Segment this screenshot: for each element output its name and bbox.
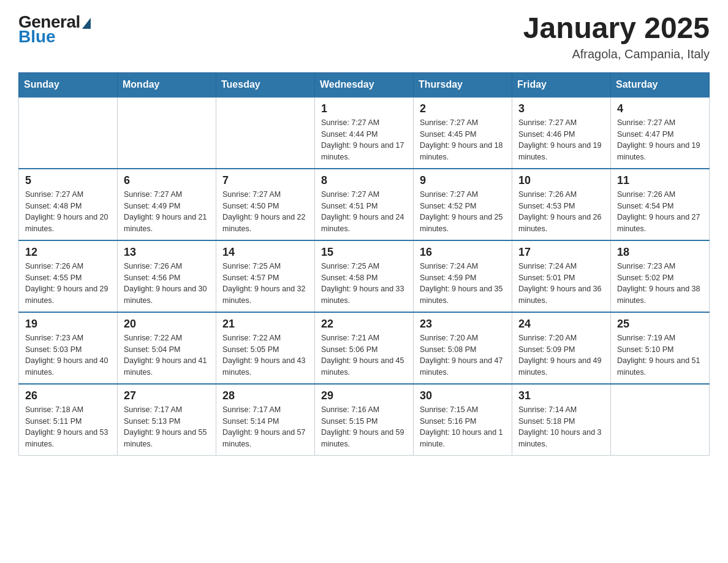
day-info: Sunrise: 7:27 AM Sunset: 4:47 PM Dayligh… xyxy=(617,117,703,163)
day-number: 6 xyxy=(124,174,210,187)
day-number: 20 xyxy=(124,318,210,331)
weekday-header-thursday: Thursday xyxy=(414,72,512,97)
weekday-header-friday: Friday xyxy=(512,72,611,97)
day-number: 26 xyxy=(25,389,111,402)
calendar-cell xyxy=(611,384,710,456)
calendar-cell: 25Sunrise: 7:19 AM Sunset: 5:10 PM Dayli… xyxy=(611,312,710,384)
day-info: Sunrise: 7:26 AM Sunset: 4:55 PM Dayligh… xyxy=(25,261,111,307)
calendar-cell: 29Sunrise: 7:16 AM Sunset: 5:15 PM Dayli… xyxy=(315,384,414,456)
day-info: Sunrise: 7:27 AM Sunset: 4:45 PM Dayligh… xyxy=(420,117,506,163)
day-info: Sunrise: 7:18 AM Sunset: 5:11 PM Dayligh… xyxy=(25,404,111,450)
weekday-header-sunday: Sunday xyxy=(19,72,118,97)
day-number: 18 xyxy=(617,246,703,259)
weekday-header-tuesday: Tuesday xyxy=(216,72,315,97)
day-number: 21 xyxy=(222,318,308,331)
logo-triangle-icon xyxy=(82,18,91,29)
calendar-cell: 21Sunrise: 7:22 AM Sunset: 5:05 PM Dayli… xyxy=(216,312,315,384)
day-info: Sunrise: 7:17 AM Sunset: 5:13 PM Dayligh… xyxy=(124,404,210,450)
day-number: 3 xyxy=(518,102,604,115)
calendar-header: SundayMondayTuesdayWednesdayThursdayFrid… xyxy=(19,72,710,97)
day-info: Sunrise: 7:14 AM Sunset: 5:18 PM Dayligh… xyxy=(518,404,604,450)
day-info: Sunrise: 7:24 AM Sunset: 4:59 PM Dayligh… xyxy=(420,261,506,307)
calendar-cell: 8Sunrise: 7:27 AM Sunset: 4:51 PM Daylig… xyxy=(315,169,414,240)
calendar-cell: 13Sunrise: 7:26 AM Sunset: 4:56 PM Dayli… xyxy=(118,240,216,312)
weekday-header-saturday: Saturday xyxy=(611,72,710,97)
day-info: Sunrise: 7:27 AM Sunset: 4:50 PM Dayligh… xyxy=(222,189,308,235)
day-info: Sunrise: 7:21 AM Sunset: 5:06 PM Dayligh… xyxy=(321,332,407,378)
calendar-cell: 18Sunrise: 7:23 AM Sunset: 5:02 PM Dayli… xyxy=(611,240,710,312)
day-number: 28 xyxy=(222,389,308,402)
calendar-cell xyxy=(118,97,216,169)
calendar-cell: 1Sunrise: 7:27 AM Sunset: 4:44 PM Daylig… xyxy=(315,97,414,169)
calendar-cell xyxy=(19,97,118,169)
day-number: 16 xyxy=(420,246,506,259)
calendar-cell: 14Sunrise: 7:25 AM Sunset: 4:57 PM Dayli… xyxy=(216,240,315,312)
calendar-cell: 19Sunrise: 7:23 AM Sunset: 5:03 PM Dayli… xyxy=(19,312,118,384)
day-info: Sunrise: 7:25 AM Sunset: 4:58 PM Dayligh… xyxy=(321,261,407,307)
weekday-header-monday: Monday xyxy=(118,72,216,97)
day-number: 17 xyxy=(518,246,604,259)
day-number: 15 xyxy=(321,246,407,259)
day-number: 25 xyxy=(617,318,703,331)
calendar-cell: 6Sunrise: 7:27 AM Sunset: 4:49 PM Daylig… xyxy=(118,169,216,240)
day-number: 31 xyxy=(518,389,604,402)
day-number: 30 xyxy=(420,389,506,402)
calendar-cell: 15Sunrise: 7:25 AM Sunset: 4:58 PM Dayli… xyxy=(315,240,414,312)
day-info: Sunrise: 7:22 AM Sunset: 5:04 PM Dayligh… xyxy=(124,332,210,378)
calendar-cell: 10Sunrise: 7:26 AM Sunset: 4:53 PM Dayli… xyxy=(512,169,611,240)
calendar-cell: 26Sunrise: 7:18 AM Sunset: 5:11 PM Dayli… xyxy=(19,384,118,456)
day-info: Sunrise: 7:24 AM Sunset: 5:01 PM Dayligh… xyxy=(518,261,604,307)
day-info: Sunrise: 7:22 AM Sunset: 5:05 PM Dayligh… xyxy=(222,332,308,378)
calendar-cell: 17Sunrise: 7:24 AM Sunset: 5:01 PM Dayli… xyxy=(512,240,611,312)
day-info: Sunrise: 7:27 AM Sunset: 4:52 PM Dayligh… xyxy=(420,189,506,235)
day-number: 11 xyxy=(617,174,703,187)
day-number: 7 xyxy=(222,174,308,187)
calendar-cell: 20Sunrise: 7:22 AM Sunset: 5:04 PM Dayli… xyxy=(118,312,216,384)
day-number: 4 xyxy=(617,102,703,115)
calendar-cell: 2Sunrise: 7:27 AM Sunset: 4:45 PM Daylig… xyxy=(414,97,512,169)
calendar-body: 1Sunrise: 7:27 AM Sunset: 4:44 PM Daylig… xyxy=(19,97,710,456)
day-number: 10 xyxy=(518,174,604,187)
day-number: 13 xyxy=(124,246,210,259)
day-number: 9 xyxy=(420,174,506,187)
day-info: Sunrise: 7:15 AM Sunset: 5:16 PM Dayligh… xyxy=(420,404,506,450)
day-info: Sunrise: 7:27 AM Sunset: 4:48 PM Dayligh… xyxy=(25,189,111,235)
day-info: Sunrise: 7:17 AM Sunset: 5:14 PM Dayligh… xyxy=(222,404,308,450)
weekday-header-row: SundayMondayTuesdayWednesdayThursdayFrid… xyxy=(19,72,710,97)
calendar-cell: 27Sunrise: 7:17 AM Sunset: 5:13 PM Dayli… xyxy=(118,384,216,456)
day-number: 12 xyxy=(25,246,111,259)
location-subtitle: Afragola, Campania, Italy xyxy=(523,47,710,61)
day-info: Sunrise: 7:16 AM Sunset: 5:15 PM Dayligh… xyxy=(321,404,407,450)
calendar-cell: 16Sunrise: 7:24 AM Sunset: 4:59 PM Dayli… xyxy=(414,240,512,312)
day-info: Sunrise: 7:20 AM Sunset: 5:08 PM Dayligh… xyxy=(420,332,506,378)
day-info: Sunrise: 7:26 AM Sunset: 4:56 PM Dayligh… xyxy=(124,261,210,307)
day-number: 8 xyxy=(321,174,407,187)
calendar-week-row: 12Sunrise: 7:26 AM Sunset: 4:55 PM Dayli… xyxy=(19,240,710,312)
calendar-week-row: 5Sunrise: 7:27 AM Sunset: 4:48 PM Daylig… xyxy=(19,169,710,240)
day-info: Sunrise: 7:27 AM Sunset: 4:51 PM Dayligh… xyxy=(321,189,407,235)
calendar-cell: 28Sunrise: 7:17 AM Sunset: 5:14 PM Dayli… xyxy=(216,384,315,456)
day-number: 14 xyxy=(222,246,308,259)
day-info: Sunrise: 7:27 AM Sunset: 4:44 PM Dayligh… xyxy=(321,117,407,163)
calendar-week-row: 19Sunrise: 7:23 AM Sunset: 5:03 PM Dayli… xyxy=(19,312,710,384)
day-info: Sunrise: 7:20 AM Sunset: 5:09 PM Dayligh… xyxy=(518,332,604,378)
day-info: Sunrise: 7:26 AM Sunset: 4:54 PM Dayligh… xyxy=(617,189,703,235)
calendar-cell: 23Sunrise: 7:20 AM Sunset: 5:08 PM Dayli… xyxy=(414,312,512,384)
calendar-cell: 31Sunrise: 7:14 AM Sunset: 5:18 PM Dayli… xyxy=(512,384,611,456)
month-title: January 2025 xyxy=(523,12,710,45)
calendar-week-row: 1Sunrise: 7:27 AM Sunset: 4:44 PM Daylig… xyxy=(19,97,710,169)
day-number: 19 xyxy=(25,318,111,331)
calendar-cell: 9Sunrise: 7:27 AM Sunset: 4:52 PM Daylig… xyxy=(414,169,512,240)
title-section: January 2025 Afragola, Campania, Italy xyxy=(523,12,710,61)
calendar-cell: 11Sunrise: 7:26 AM Sunset: 4:54 PM Dayli… xyxy=(611,169,710,240)
calendar-cell: 7Sunrise: 7:27 AM Sunset: 4:50 PM Daylig… xyxy=(216,169,315,240)
page-header: General Blue January 2025 Afragola, Camp… xyxy=(18,12,710,61)
day-info: Sunrise: 7:26 AM Sunset: 4:53 PM Dayligh… xyxy=(518,189,604,235)
calendar-cell: 4Sunrise: 7:27 AM Sunset: 4:47 PM Daylig… xyxy=(611,97,710,169)
calendar-week-row: 26Sunrise: 7:18 AM Sunset: 5:11 PM Dayli… xyxy=(19,384,710,456)
day-info: Sunrise: 7:25 AM Sunset: 4:57 PM Dayligh… xyxy=(222,261,308,307)
calendar-cell: 3Sunrise: 7:27 AM Sunset: 4:46 PM Daylig… xyxy=(512,97,611,169)
day-info: Sunrise: 7:23 AM Sunset: 5:02 PM Dayligh… xyxy=(617,261,703,307)
day-number: 5 xyxy=(25,174,111,187)
day-number: 24 xyxy=(518,318,604,331)
